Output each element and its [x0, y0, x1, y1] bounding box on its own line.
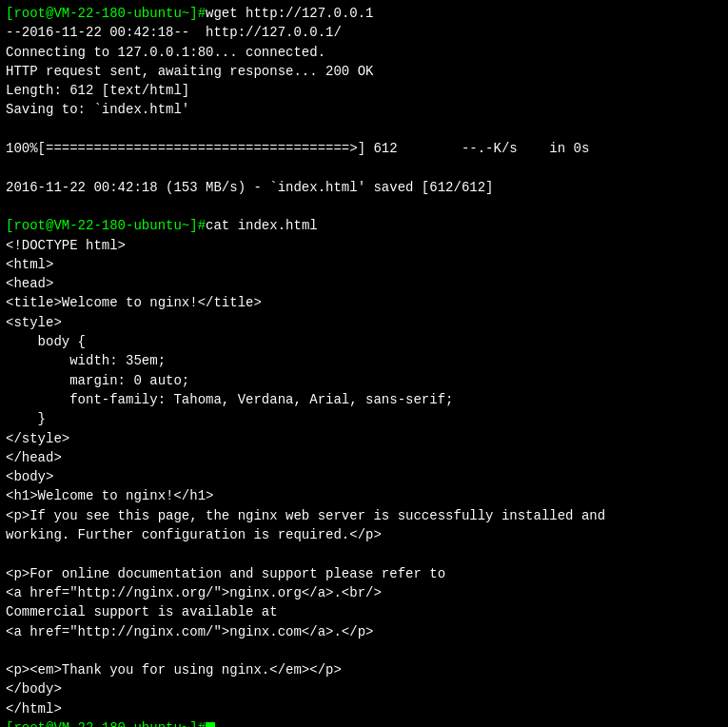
line-30: <p>For online documentation and support …	[6, 564, 722, 583]
line-32: Commercial support is available at	[6, 602, 722, 621]
line-12: [root@VM-22-180-ubuntu~]#cat index.html	[6, 216, 722, 235]
prompt-bracket-2: ~]#	[182, 6, 206, 21]
line-33: <a href="http://nginx.com/">nginx.com</a…	[6, 622, 722, 641]
line-14: <html>	[6, 255, 722, 274]
line-25: <body>	[6, 467, 722, 486]
line-20: margin: 0 auto;	[6, 371, 722, 390]
prompt-user-2: root@VM-22-180-ubuntu	[13, 218, 181, 233]
line-2: --2016-11-22 00:42:18-- http://127.0.0.1…	[6, 23, 722, 42]
line-15: <head>	[6, 274, 722, 293]
line-35: <p><em>Thank you for using nginx.</em></…	[6, 660, 722, 679]
line-18: body {	[6, 332, 722, 351]
prompt-user: root@VM-22-180-ubuntu	[13, 6, 181, 21]
line-19: width: 35em;	[6, 351, 722, 370]
line-27: <p>If you see this page, the nginx web s…	[6, 506, 722, 525]
line-22: }	[6, 409, 722, 428]
line-23: </style>	[6, 429, 722, 448]
line-24: </head>	[6, 448, 722, 467]
line-37: </html>	[6, 699, 722, 718]
cmd-wget: wget http://127.0.0.1	[206, 6, 373, 21]
line-7	[6, 120, 722, 139]
prompt-bracket-6: ~]#	[182, 720, 206, 727]
line-3: Connecting to 127.0.0.1:80... connected.	[6, 43, 722, 62]
line-34	[6, 641, 722, 660]
prompt-user-3: root@VM-22-180-ubuntu	[13, 720, 181, 727]
line-13: <!DOCTYPE html>	[6, 236, 722, 255]
line-6: Saving to: `index.html'	[6, 100, 722, 119]
line-36: </body>	[6, 679, 722, 698]
line-10: 2016-11-22 00:42:18 (153 MB/s) - `index.…	[6, 178, 722, 197]
line-31: <a href="http://nginx.org/">nginx.org</a…	[6, 583, 722, 602]
line-1: [root@VM-22-180-ubuntu~]#wget http://127…	[6, 4, 722, 23]
line-17: <style>	[6, 313, 722, 332]
line-9	[6, 158, 722, 177]
prompt-bracket-4: ~]#	[182, 218, 206, 233]
terminal-window[interactable]: [root@VM-22-180-ubuntu~]#wget http://127…	[6, 4, 722, 727]
line-38: [root@VM-22-180-ubuntu~]#	[6, 718, 722, 727]
line-8-progress: 100%[===================================…	[6, 139, 722, 158]
terminal-cursor	[206, 722, 215, 727]
line-4: HTTP request sent, awaiting response... …	[6, 62, 722, 81]
line-21: font-family: Tahoma, Verdana, Arial, san…	[6, 390, 722, 409]
line-11	[6, 197, 722, 216]
line-29	[6, 544, 722, 563]
line-5: Length: 612 [text/html]	[6, 81, 722, 100]
line-28: working. Further configuration is requir…	[6, 525, 722, 544]
line-26: <h1>Welcome to nginx!</h1>	[6, 486, 722, 505]
line-16: <title>Welcome to nginx!</title>	[6, 293, 722, 312]
cmd-cat: cat index.html	[206, 218, 318, 233]
